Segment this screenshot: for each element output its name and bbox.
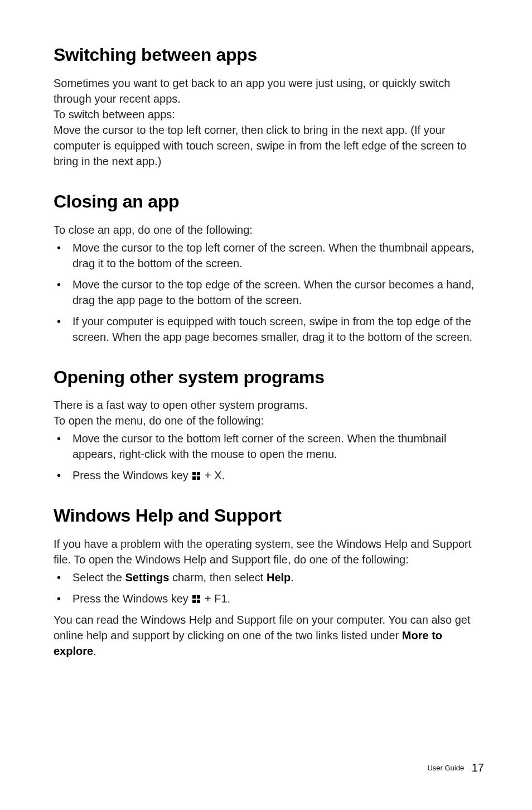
body-text: To close an app, do one of the following… xyxy=(54,222,484,238)
body-text: You can read the Windows Help and Suppor… xyxy=(54,612,484,659)
bold-text: Help xyxy=(267,571,291,584)
list-item: Move the cursor to the top left corner o… xyxy=(54,240,484,271)
bullet-list: Move the cursor to the bottom left corne… xyxy=(54,431,484,483)
body-text: There is a fast way to open other system… xyxy=(54,397,484,413)
list-item: If your computer is equipped with touch … xyxy=(54,314,484,345)
body-text: . xyxy=(93,645,96,657)
list-item-text: Press the Windows key xyxy=(72,592,191,605)
list-item-text: + X. xyxy=(201,469,225,481)
body-text: If you have a problem with the operating… xyxy=(54,536,484,567)
section-help-support: Windows Help and Support If you have a p… xyxy=(54,505,484,659)
body-text: Move the cursor to the top left corner, … xyxy=(54,122,484,169)
page-footer: User Guide 17 xyxy=(427,761,484,774)
list-item-text: charm, then select xyxy=(169,571,267,584)
body-text: To open the menu, do one of the followin… xyxy=(54,413,484,428)
bullet-list: Select the Settings charm, then select H… xyxy=(54,570,484,606)
footer-label: User Guide xyxy=(427,764,464,772)
list-item-text: Press the Windows key xyxy=(72,469,191,481)
list-item: Move the cursor to the bottom left corne… xyxy=(54,431,484,462)
list-item: Move the cursor to the top edge of the s… xyxy=(54,277,484,308)
heading-switching-apps: Switching between apps xyxy=(54,45,484,65)
body-text: Sometimes you want to get back to an app… xyxy=(54,75,484,107)
page-number: 17 xyxy=(472,761,484,774)
heading-help-support: Windows Help and Support xyxy=(54,505,484,526)
bold-text: Settings xyxy=(125,571,170,584)
windows-key-icon xyxy=(192,472,200,480)
list-item: Press the Windows key + F1. xyxy=(54,591,484,606)
heading-opening-programs: Opening other system programs xyxy=(54,367,484,388)
heading-closing-app: Closing an app xyxy=(54,191,484,212)
list-item-text: Select the xyxy=(72,571,125,584)
windows-key-icon xyxy=(192,595,200,603)
list-item: Press the Windows key + X. xyxy=(54,467,484,483)
list-item: Select the Settings charm, then select H… xyxy=(54,570,484,585)
section-opening-programs: Opening other system programs There is a… xyxy=(54,367,484,484)
list-item-text: + F1. xyxy=(201,592,230,605)
section-switching-apps: Switching between apps Sometimes you wan… xyxy=(54,45,484,169)
list-item-text: . xyxy=(291,571,294,584)
section-closing-app: Closing an app To close an app, do one o… xyxy=(54,191,484,345)
bullet-list: Move the cursor to the top left corner o… xyxy=(54,240,484,345)
body-text: To switch between apps: xyxy=(54,107,484,122)
